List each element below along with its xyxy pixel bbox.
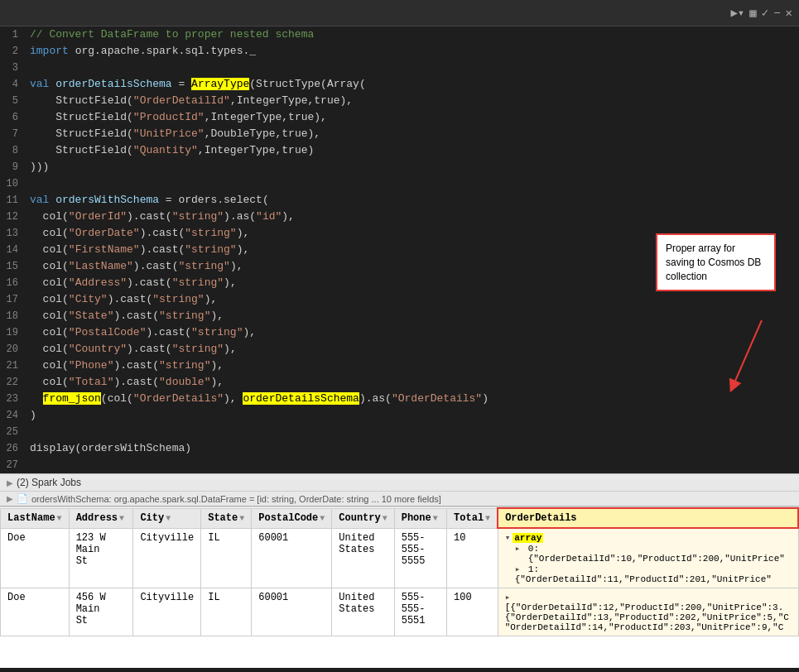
toolbar: ▶▾ ▦ ✓ − ✕ [0, 0, 799, 26]
col-header-lastname[interactable]: LastName▼ [1, 508, 70, 528]
code-line-10: 10 [0, 175, 799, 192]
col-header-phone[interactable]: Phone▼ [394, 508, 446, 528]
cell-total: 100 [447, 588, 498, 636]
svg-line-0 [733, 320, 762, 386]
col-header-orderdetails[interactable]: OrderDetails [498, 508, 798, 528]
array-item-1[interactable]: ▸ 1: {"OrderDetailId":11,"ProductId":201… [515, 564, 792, 584]
cell-address: 456 W MainSt [69, 588, 133, 636]
cell-city: Cityville [133, 528, 201, 588]
cell-postalcode: 60001 [252, 588, 332, 636]
code-line-25: 25 [0, 424, 799, 440]
code-line-20: 20 col("Country").cast("string"), [0, 341, 799, 358]
code-line-4: 4 val orderDetailsSchema = ArrayType(Str… [0, 76, 799, 93]
cell-lastname: Doe [1, 588, 70, 636]
annotation-arrow [708, 320, 774, 395]
run-icon[interactable]: ▶▾ [730, 6, 744, 20]
editor-container: ▶▾ ▦ ✓ − ✕ 1 // Convert DataFrame to pro… [0, 0, 799, 672]
chart-icon[interactable]: ▦ [749, 6, 756, 20]
minimize-icon[interactable]: − [773, 7, 780, 20]
code-line-12: 12 col("OrderId").cast("string").as("id"… [0, 209, 799, 225]
col-header-total[interactable]: Total▼ [447, 508, 498, 528]
file-icon: 📄 [17, 493, 28, 504]
cell-postalcode: 60001 [252, 528, 332, 588]
col-header-state[interactable]: State▼ [201, 508, 252, 528]
cell-state: IL [201, 528, 252, 588]
code-line-11: 11 val ordersWithSchema = orders.select( [0, 192, 799, 209]
cell-phone: 555-555-5555 [394, 528, 446, 588]
expand-arrow[interactable]: ▶ [7, 478, 13, 487]
table-row: Doe 123 W MainSt Cityville IL 60001 Unit… [1, 528, 799, 588]
cell-address: 123 W MainSt [69, 528, 133, 588]
close-icon[interactable]: ✕ [786, 6, 792, 20]
col-header-country[interactable]: Country▼ [332, 508, 394, 528]
check-icon[interactable]: ✓ [762, 6, 768, 20]
code-line-24: 24 ) [0, 407, 799, 424]
spark-jobs-label: (2) Spark Jobs [17, 477, 81, 488]
cell-phone: 555-555-5551 [394, 588, 446, 636]
array-item-0[interactable]: ▸ 0: [515, 543, 792, 554]
schema-bar: ▶ 📄 ordersWithSchema: org.apache.spark.s… [0, 492, 799, 506]
col-header-address[interactable]: Address▼ [69, 508, 133, 528]
code-editor: 1 // Convert DataFrame to proper nested … [0, 26, 799, 473]
cell-city: Cityville [133, 588, 201, 636]
cell-lastname: Doe [1, 528, 70, 588]
code-line-26: 26 display(ordersWithSchema) [0, 440, 799, 457]
cell-total: 10 [447, 528, 498, 588]
spark-jobs-bar[interactable]: ▶ (2) Spark Jobs [0, 473, 799, 492]
annotation-text: Proper array for saving to Cosmos DB col… [666, 242, 761, 282]
data-table-container[interactable]: LastName▼ Address▼ City▼ State▼ PostalCo… [0, 506, 799, 668]
code-line-23: 23 from_json(col("OrderDetails"), orderD… [0, 391, 799, 407]
annotation-box: Proper array for saving to Cosmos DB col… [656, 233, 776, 291]
code-line-9: 9 ))) [0, 159, 799, 175]
cell-orderdetails[interactable]: ▸ [{"OrderDetailId":12,"ProductId":200,"… [498, 588, 798, 636]
code-line-6: 6 StructField("ProductId",IntegerType,tr… [0, 109, 799, 126]
expand-arrow-2[interactable]: ▶ [7, 494, 13, 503]
code-line-22: 22 col("Total").cast("double"), [0, 374, 799, 391]
code-line-21: 21 col("Phone").cast("string"), [0, 358, 799, 374]
array-expand[interactable]: ▾array [505, 532, 792, 543]
code-line-27: 27 [0, 457, 799, 473]
cell-orderdetails[interactable]: ▾array ▸ 0: {"OrderDetailId":10,"Product… [498, 528, 798, 588]
col-header-postalcode[interactable]: PostalCode▼ [252, 508, 332, 528]
cell-state: IL [201, 588, 252, 636]
code-line-2: 2 import org.apache.spark.sql.types._ [0, 43, 799, 60]
cell-country: UnitedStates [332, 588, 394, 636]
code-line-5: 5 StructField("OrderDetailId",IntegerTyp… [0, 93, 799, 109]
code-line-1: 1 // Convert DataFrame to proper nested … [0, 26, 799, 43]
code-line-19: 19 col("PostalCode").cast("string"), [0, 324, 799, 341]
code-line-18: 18 col("State").cast("string"), [0, 308, 799, 324]
data-table: LastName▼ Address▼ City▼ State▼ PostalCo… [0, 507, 799, 636]
code-line-7: 7 StructField("UnitPrice",DoubleType,tru… [0, 126, 799, 142]
code-line-17: 17 col("City").cast("string"), [0, 291, 799, 308]
schema-text: ordersWithSchema: org.apache.spark.sql.D… [31, 494, 441, 504]
expand-icon[interactable]: ▾ [505, 533, 511, 543]
cell-country: UnitedStates [332, 528, 394, 588]
col-header-city[interactable]: City▼ [133, 508, 201, 528]
code-line-8: 8 StructField("Quantity",IntegerType,tru… [0, 142, 799, 159]
code-line-3: 3 [0, 60, 799, 76]
table-row: Doe 456 W MainSt Cityville IL 60001 Unit… [1, 588, 799, 636]
